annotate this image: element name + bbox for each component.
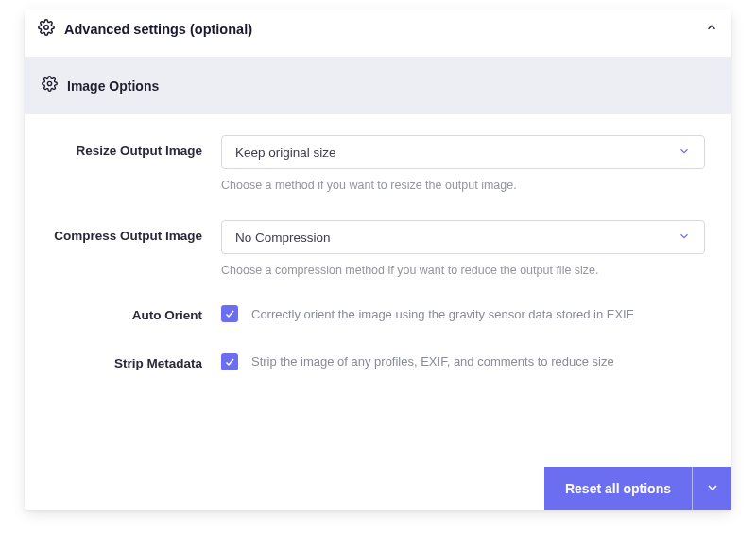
strip-metadata-text: Strip the image of any profiles, EXIF, a… (251, 354, 614, 369)
row-compress: Compress Output Image No Compression Cho… (51, 220, 705, 277)
auto-orient-text: Correctly orient the image using the gra… (251, 307, 634, 321)
row-strip-metadata: Strip Metadata Strip the image of any pr… (51, 353, 705, 373)
row-auto-orient: Auto Orient Correctly orient the image u… (51, 305, 705, 325)
resize-label: Resize Output Image (51, 135, 221, 161)
resize-select[interactable]: Keep original size (221, 135, 705, 169)
reset-dropdown-button[interactable] (692, 467, 731, 510)
card-header[interactable]: Advanced settings (optional) (25, 9, 731, 57)
svg-point-0 (44, 26, 49, 30)
auto-orient-checkbox[interactable] (221, 305, 238, 322)
auto-orient-label: Auto Orient (51, 305, 221, 325)
section-title: Image Options (67, 78, 159, 94)
chevron-down-icon (678, 145, 691, 161)
form-body: Resize Output Image Keep original size C… (25, 135, 731, 373)
compress-select[interactable]: No Compression (221, 220, 705, 254)
collapse-icon[interactable] (705, 21, 718, 38)
card-title: Advanced settings (optional) (64, 22, 252, 37)
row-resize: Resize Output Image Keep original size C… (51, 135, 705, 192)
gear-icon (38, 19, 55, 40)
compress-value: No Compression (235, 231, 331, 245)
chevron-down-icon (705, 480, 720, 498)
strip-metadata-label: Strip Metadata (51, 353, 221, 373)
section-banner: Image Options (25, 57, 731, 114)
reset-button[interactable]: Reset all options (544, 467, 692, 510)
resize-value: Keep original size (235, 146, 336, 160)
settings-card: Advanced settings (optional) Image Optio… (25, 9, 731, 510)
gear-icon (42, 76, 58, 95)
strip-metadata-checkbox[interactable] (221, 353, 238, 370)
chevron-down-icon (678, 230, 691, 246)
compress-label: Compress Output Image (51, 220, 221, 246)
header-left: Advanced settings (optional) (38, 19, 252, 40)
resize-helper: Choose a method if you want to resize th… (221, 179, 705, 192)
svg-point-1 (47, 81, 51, 85)
footer: Reset all options (544, 467, 731, 510)
compress-helper: Choose a compression method if you want … (221, 264, 705, 277)
